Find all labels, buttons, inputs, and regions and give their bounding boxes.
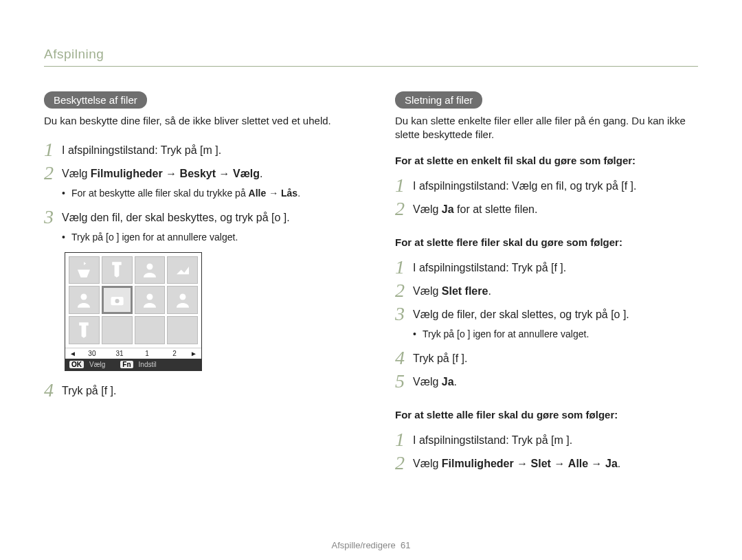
svg-point-0 [146, 264, 153, 270]
step-text: Vælg den fil, der skal beskyttes, og try… [62, 208, 290, 225]
nav-next-icon: ► [190, 350, 197, 357]
thumb [69, 286, 100, 314]
page-footer: Afspille/redigere 61 [0, 540, 742, 550]
right-b3-bullet: Tryk på [o ] igen for at annullere valge… [423, 328, 698, 340]
step-text: I afspilningstilstand: Tryk på [f ]. [413, 258, 566, 276]
step-text: Vælg Ja. [413, 372, 457, 390]
thumb [69, 256, 100, 284]
right-b4: 4 Tryk på [f ]. [395, 348, 698, 368]
nav-prev-icon: ◄ [69, 350, 76, 357]
thumb [135, 286, 166, 314]
sub-delete-all: For at slette alle filer skal du gøre so… [395, 409, 698, 421]
right-b2: 2 Vælg Slet flere. [395, 281, 698, 300]
step-text: Vælg Filmuligheder → Slet → Alle → Ja. [413, 453, 620, 471]
delete-files-heading: Sletning af filer [395, 91, 482, 109]
thumb [135, 256, 166, 284]
sub-delete-single: For at slette en enkelt fil skal du gøre… [395, 155, 698, 166]
right-column: Sletning af filer Du kan slette enkelte … [395, 91, 698, 477]
svg-point-4 [146, 294, 153, 300]
step-number: 1 [395, 258, 413, 277]
step-text: Vælg de filer, der skal slettes, og tryk… [413, 304, 629, 322]
date: 31 [108, 350, 131, 357]
fn-label: Indstil [139, 361, 157, 368]
step-number: 4 [44, 381, 62, 400]
step-number: 1 [44, 140, 62, 159]
protect-intro: Du kan beskytte dine filer, så de ikke b… [44, 114, 347, 128]
right-c2: 2 Vælg Filmuligheder → Slet → Alle → Ja. [395, 453, 698, 473]
left-step-4: 4 Tryk på [f ]. [44, 381, 347, 400]
left-step-1: 1 I afspilningstilstand: Tryk på [m ]. [44, 140, 347, 159]
footer-page: 61 [401, 540, 410, 550]
right-a1: 1 I afspilningstilstand: Vælg en fil, og… [395, 176, 698, 195]
step-number: 3 [395, 304, 413, 324]
ok-label: Vælg [89, 361, 105, 368]
step-number: 3 [44, 208, 62, 227]
left-column: Beskyttelse af filer Du kan beskytte din… [44, 91, 347, 477]
thumb [102, 316, 133, 344]
thumb [167, 316, 198, 344]
delete-intro: Du kan slette enkelte filer eller alle f… [395, 114, 698, 142]
thumbnail-figure: ◄ 30 31 1 2 ► OK Vælg Fn Indstil [65, 252, 202, 371]
fn-row: OK Vælg Fn Indstil [65, 359, 201, 370]
left-step-3-bullet: Tryk på [o ] igen for at annullere valge… [71, 231, 347, 243]
svg-point-5 [179, 294, 186, 300]
content-columns: Beskyttelse af filer Du kan beskytte din… [44, 91, 698, 477]
svg-point-1 [81, 294, 87, 300]
step-number: 5 [395, 372, 413, 391]
sub-delete-multiple: For at slette flere filer skal du gøre s… [395, 236, 698, 248]
step-number: 2 [395, 281, 413, 300]
step-number: 4 [395, 348, 413, 368]
page-header: Afspilning [44, 47, 698, 67]
thumb [167, 256, 198, 284]
thumb [135, 316, 166, 344]
date: 2 [163, 350, 186, 357]
fn-key: Fn [120, 361, 133, 368]
right-c1: 1 I afspilningstilstand: Tryk på [m ]. [395, 430, 698, 449]
date: 1 [135, 350, 159, 357]
thumb [167, 286, 198, 314]
step-text: I afspilningstilstand: Vælg en fil, og t… [413, 176, 637, 194]
step-number: 2 [395, 199, 413, 219]
left-step-3: 3 Vælg den fil, der skal beskyttes, og t… [44, 208, 347, 227]
step-number: 2 [395, 453, 413, 473]
thumb [69, 316, 100, 344]
right-b5: 5 Vælg Ja. [395, 372, 698, 391]
right-b3: 3 Vælg de filer, der skal slettes, og tr… [395, 304, 698, 324]
footer-section: Afspille/redigere [332, 540, 396, 550]
step-text: Vælg Ja for at slette filen. [413, 199, 537, 217]
svg-point-3 [115, 299, 119, 303]
left-step-2: 2 Vælg Filmuligheder → Beskyt → Vælg. [44, 164, 347, 183]
step-text: Tryk på [f ]. [62, 381, 116, 399]
right-a2: 2 Vælg Ja for at slette filen. [395, 199, 698, 219]
date-row: ◄ 30 31 1 2 ► [65, 348, 201, 359]
step-number: 2 [44, 164, 62, 183]
step-text: Vælg Filmuligheder → Beskyt → Vælg. [62, 164, 263, 181]
step-number: 1 [395, 430, 413, 449]
date: 30 [80, 350, 104, 357]
thumb-selected [102, 286, 133, 314]
protect-files-heading: Beskyttelse af filer [44, 91, 147, 109]
step-text: Vælg Slet flere. [413, 281, 491, 299]
step-number: 1 [395, 176, 413, 195]
step-text: I afspilningstilstand: Tryk på [m ]. [62, 140, 221, 158]
step-text: I afspilningstilstand: Tryk på [m ]. [413, 430, 572, 448]
step-text: Tryk på [f ]. [413, 348, 467, 366]
thumb-grid [65, 253, 201, 348]
thumb [102, 256, 133, 284]
ok-key: OK [69, 361, 84, 368]
left-step-2-bullet: For at beskytte alle filer skal du trykk… [71, 187, 347, 199]
right-b1: 1 I afspilningstilstand: Tryk på [f ]. [395, 258, 698, 277]
